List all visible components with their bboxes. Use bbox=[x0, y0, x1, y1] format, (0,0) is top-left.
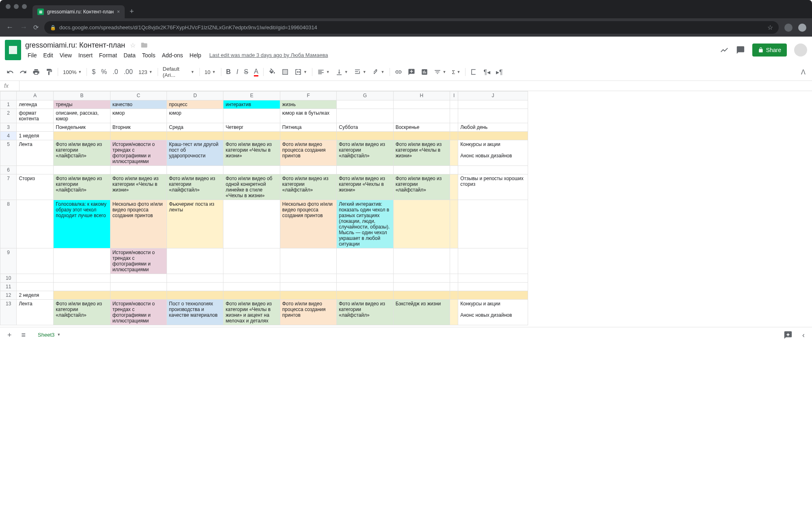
cell-F1[interactable]: жизнь bbox=[280, 100, 336, 109]
cell-B11[interactable] bbox=[54, 283, 110, 291]
italic-button[interactable]: I bbox=[234, 67, 240, 77]
cell-C4[interactable] bbox=[110, 132, 167, 140]
cell-D3[interactable]: Среда bbox=[167, 123, 223, 132]
window-minimize[interactable] bbox=[14, 4, 19, 9]
cell-G9[interactable] bbox=[337, 248, 393, 274]
cell-H4[interactable] bbox=[393, 132, 450, 140]
comments-icon[interactable] bbox=[736, 46, 745, 54]
insert-comment-button[interactable] bbox=[405, 67, 418, 77]
cell-I9[interactable] bbox=[450, 248, 458, 274]
cell-I3[interactable] bbox=[450, 123, 458, 132]
cell-G10[interactable] bbox=[337, 274, 393, 283]
back-button[interactable]: ← bbox=[6, 23, 14, 32]
sheet-tab-menu-icon[interactable]: ▼ bbox=[57, 333, 61, 337]
forward-button[interactable]: → bbox=[19, 23, 28, 32]
cell-J10[interactable] bbox=[458, 274, 528, 283]
cell-I2[interactable] bbox=[450, 109, 458, 123]
cell-D13[interactable]: Пост о технологиях производства и качест… bbox=[167, 300, 223, 325]
cell-J7[interactable]: Отзывы и репосты хороших сториз bbox=[458, 174, 528, 200]
cell-F4[interactable] bbox=[280, 132, 336, 140]
cell-E10[interactable] bbox=[223, 274, 280, 283]
col-header-H[interactable]: H bbox=[393, 91, 450, 100]
cell-I1[interactable] bbox=[450, 100, 458, 109]
cell-B10[interactable] bbox=[54, 274, 110, 283]
cell-C12[interactable] bbox=[110, 291, 167, 300]
row-header-10[interactable]: 10 bbox=[0, 274, 17, 283]
row-header-6[interactable]: 6 bbox=[0, 166, 17, 174]
side-panel-toggle[interactable]: ‹ bbox=[799, 329, 808, 341]
bookmark-star-icon[interactable]: ☆ bbox=[767, 24, 773, 31]
cell-I6[interactable] bbox=[450, 166, 458, 174]
tab-close-icon[interactable]: × bbox=[117, 9, 120, 15]
cell-G12[interactable] bbox=[337, 291, 393, 300]
cell-C13[interactable]: История/новости о трендах с фотографиями… bbox=[110, 300, 167, 325]
print-button[interactable] bbox=[30, 67, 42, 77]
text-wrap-button[interactable]: ▼ bbox=[351, 67, 369, 76]
spreadsheet-grid[interactable]: ABCDEFGHIJ1легендатрендыкачествопроцесси… bbox=[0, 91, 528, 325]
col-header-B[interactable]: B bbox=[54, 91, 110, 100]
currency-button[interactable]: $ bbox=[89, 67, 98, 77]
row-header-8[interactable]: 8 bbox=[0, 200, 17, 248]
cell-B9[interactable] bbox=[54, 248, 110, 274]
menu-edit[interactable]: Edit bbox=[41, 51, 56, 59]
col-header-F[interactable]: F bbox=[280, 91, 336, 100]
cell-D1[interactable]: процесс bbox=[167, 100, 223, 109]
cell-J3[interactable]: Любой день bbox=[458, 123, 528, 132]
cell-A11[interactable] bbox=[17, 283, 54, 291]
cell-F7[interactable]: Фото и/или видео из категории «лайфстайл… bbox=[280, 174, 336, 200]
cell-D9[interactable] bbox=[167, 248, 223, 274]
sheet-tab-active[interactable]: Sheet3 ▼ bbox=[32, 329, 66, 341]
cell-J9[interactable] bbox=[458, 248, 528, 274]
document-title[interactable]: gressomiami.ru: Контент-план bbox=[25, 41, 125, 50]
menu-tools[interactable]: Tools bbox=[140, 51, 158, 59]
cell-I13[interactable] bbox=[450, 300, 458, 325]
rtl-button[interactable]: ▸¶ bbox=[494, 67, 505, 78]
insert-chart-button[interactable] bbox=[418, 67, 431, 77]
formula-input[interactable] bbox=[19, 81, 812, 90]
activity-icon[interactable] bbox=[720, 46, 729, 54]
cell-I12[interactable] bbox=[450, 291, 458, 300]
undo-button[interactable] bbox=[4, 67, 16, 77]
functions-button[interactable]: Σ▼ bbox=[449, 68, 463, 76]
cell-B6[interactable] bbox=[54, 166, 110, 174]
cell-G5[interactable]: Фото и/или видео из категории «лайфстайл… bbox=[337, 140, 393, 166]
cell-J11[interactable] bbox=[458, 283, 528, 291]
user-avatar[interactable] bbox=[794, 44, 807, 57]
cell-C9[interactable]: История/новости о трендах с фотографиями… bbox=[110, 248, 167, 274]
menu-data[interactable]: Data bbox=[121, 51, 138, 59]
row-header-13[interactable]: 13 bbox=[0, 300, 17, 325]
cell-D6[interactable] bbox=[167, 166, 223, 174]
window-maximize[interactable] bbox=[22, 4, 27, 9]
row-header-3[interactable]: 3 bbox=[0, 123, 17, 132]
cell-I11[interactable] bbox=[450, 283, 458, 291]
cell-C2[interactable]: юмор bbox=[110, 109, 167, 123]
cell-F10[interactable] bbox=[280, 274, 336, 283]
row-header-9[interactable]: 9 bbox=[0, 248, 17, 274]
cell-B7[interactable]: Фото и/или видео из категории «лайфстайл… bbox=[54, 174, 110, 200]
profile-avatar-icon[interactable] bbox=[798, 24, 806, 32]
cell-J1[interactable] bbox=[458, 100, 528, 109]
text-rotation-button[interactable]: ▼ bbox=[370, 67, 387, 76]
menu-view[interactable]: View bbox=[57, 51, 74, 59]
cell-F12[interactable] bbox=[280, 291, 336, 300]
insert-link-button[interactable] bbox=[392, 67, 405, 77]
font-dropdown[interactable]: Default (Ari...▼ bbox=[160, 65, 197, 79]
cell-J12[interactable] bbox=[458, 291, 528, 300]
percent-button[interactable]: % bbox=[99, 67, 109, 77]
select-all-corner[interactable] bbox=[0, 91, 17, 100]
decrease-decimal-button[interactable]: .0 bbox=[110, 67, 120, 77]
cell-J6[interactable] bbox=[458, 166, 528, 174]
cell-E1[interactable]: интерактив bbox=[223, 100, 280, 109]
cell-C5[interactable]: История/новости о трендах с фотографиями… bbox=[110, 140, 167, 166]
cell-J5[interactable]: Конкурсы и акции Анонс новых дизайнов bbox=[458, 140, 528, 166]
browser-tab-active[interactable]: ▦ gressomiami.ru: Контент-план × bbox=[32, 5, 125, 18]
cell-H7[interactable]: Фото и/или видео из категории «лайфстайл… bbox=[393, 174, 450, 200]
cell-D4[interactable] bbox=[167, 132, 223, 140]
cell-F5[interactable]: Фото и/или видео процесса создания принт… bbox=[280, 140, 336, 166]
all-sheets-button[interactable]: ≡ bbox=[18, 329, 29, 341]
add-sheet-button[interactable]: + bbox=[4, 329, 15, 341]
col-header-C[interactable]: C bbox=[110, 91, 167, 100]
cell-G13[interactable]: Фото и/или видео из категории «лайфстайл… bbox=[337, 300, 393, 325]
cell-H12[interactable] bbox=[393, 291, 450, 300]
row-header-5[interactable]: 5 bbox=[0, 140, 17, 166]
